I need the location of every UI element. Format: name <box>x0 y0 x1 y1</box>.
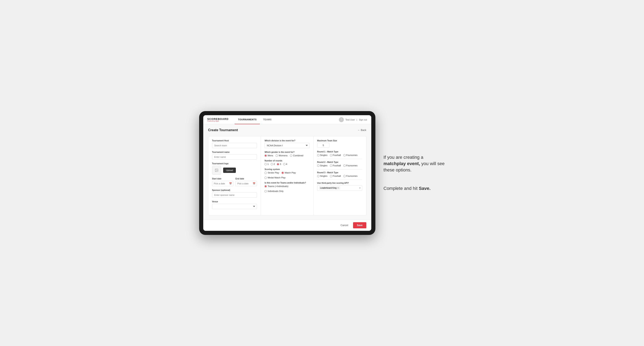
scoring-stroke-radio[interactable] <box>264 172 267 174</box>
round-3: 3 <box>277 163 281 165</box>
division-select[interactable]: NCAA Division I <box>264 143 310 148</box>
round-4-radio[interactable] <box>283 163 286 165</box>
round1-fourball-radio[interactable] <box>330 154 332 156</box>
teams-label: Is this event for Teams and/or Individua… <box>264 182 310 184</box>
gender-womens-label[interactable]: Womens <box>279 154 288 157</box>
round2-foursomes-label[interactable]: Foursomes <box>346 164 358 167</box>
round3-foursomes-label[interactable]: Foursomes <box>346 175 358 177</box>
round3-singles-radio[interactable] <box>317 175 320 177</box>
round2-match-type-section: Round 2 - Match Type Singles Fourball <box>317 161 362 167</box>
scoring-match-radio[interactable] <box>282 172 284 174</box>
gender-womens-radio[interactable] <box>276 155 278 157</box>
form-col-3: Maximum Team Size Round 1 - Match Type S… <box>314 136 366 215</box>
page-header: Create Tournament ← Back <box>208 128 366 132</box>
round3-foursomes-radio[interactable] <box>344 175 346 177</box>
round3-singles-label[interactable]: Singles <box>320 175 328 177</box>
gender-mens-radio[interactable] <box>264 155 267 157</box>
round2-singles: Singles <box>317 164 328 167</box>
max-team-size-input[interactable] <box>317 143 330 148</box>
tablet-screen: SCOREBOARD Powered by clippit TOURNAMENT… <box>203 115 371 231</box>
tab-teams[interactable]: TEAMS <box>260 115 275 124</box>
scoring-medal-label[interactable]: Medal Match Play <box>268 176 286 179</box>
gender-radio-group: Mens Womens Combined <box>264 154 310 157</box>
gender-combined-radio[interactable] <box>290 155 292 157</box>
teams-individuals-radio[interactable] <box>264 190 267 192</box>
round-3-radio[interactable] <box>277 163 279 165</box>
scoring-stroke-label[interactable]: Stroke Play <box>268 172 279 174</box>
gender-combined-label[interactable]: Combined <box>293 154 303 157</box>
round2-singles-radio[interactable] <box>317 165 320 167</box>
api-select-wrapper[interactable]: Leaderboard King ✕ ▾ <box>317 185 362 191</box>
round-2-radio[interactable] <box>271 163 273 165</box>
nav-brand: SCOREBOARD Powered by clippit <box>207 118 229 122</box>
teams-teams-label[interactable]: Teams (+Individuals) <box>268 185 288 187</box>
round3-fourball-label[interactable]: Fourball <box>333 175 341 177</box>
tournament-name-input[interactable] <box>212 154 257 160</box>
round1-fourball-label[interactable]: Fourball <box>333 154 341 156</box>
scoring-medal-radio[interactable] <box>264 176 267 179</box>
start-date-input[interactable] <box>212 181 234 186</box>
tab-tournaments[interactable]: TOURNAMENTS <box>234 115 260 124</box>
annotation-1-text: If you are creating a matchplay event, y… <box>384 155 445 173</box>
teams-individuals-label[interactable]: Individuals Only <box>268 190 284 192</box>
round-2-label[interactable]: 2 <box>274 163 275 165</box>
division-label: Which division is the event for? <box>264 140 310 142</box>
scoring-match-label[interactable]: Match Play <box>284 172 296 174</box>
page-wrapper: SCOREBOARD Powered by clippit TOURNAMENT… <box>179 111 466 235</box>
svg-point-1 <box>216 170 216 170</box>
scoring-medal: Medal Match Play <box>264 176 286 179</box>
tournament-name-label: Tournament name <box>212 151 257 153</box>
scoring-label: Scoring system <box>264 168 310 171</box>
round-4-label[interactable]: 4 <box>286 163 287 165</box>
round2-foursomes-radio[interactable] <box>344 165 346 167</box>
teams-radio-group: Teams (+Individuals) Individuals Only <box>264 185 310 192</box>
teams-individuals: Individuals Only <box>264 190 284 192</box>
scoring-group: Scoring system Stroke Play Match Play <box>264 168 310 179</box>
teams-teams-radio[interactable] <box>264 185 267 187</box>
round-1-radio[interactable] <box>264 163 267 165</box>
round2-fourball-label[interactable]: Fourball <box>333 164 341 167</box>
form-col-2: Which division is the event for? NCAA Di… <box>261 136 314 215</box>
round3-fourball-radio[interactable] <box>330 175 332 177</box>
rounds-group: Number of rounds 1 2 <box>264 160 310 165</box>
venue-select[interactable] <box>212 204 257 209</box>
round-1-label[interactable]: 1 <box>268 163 268 165</box>
round2-fourball-radio[interactable] <box>330 165 332 167</box>
tablet-frame: SCOREBOARD Powered by clippit TOURNAMENT… <box>199 111 376 235</box>
round2-match-type-label: Round 2 - Match Type <box>317 161 362 163</box>
annotation-matchplay: If you are creating a matchplay event, y… <box>384 154 445 173</box>
separator: | <box>356 119 357 121</box>
tournament-logo-group: Tournament logo Upload <box>212 163 257 175</box>
round1-foursomes-radio[interactable] <box>344 154 346 156</box>
api-tag-close[interactable]: ✕ <box>337 187 339 189</box>
api-tag: Leaderboard King ✕ <box>319 186 340 189</box>
gender-label: Which gender is the event for? <box>264 151 310 153</box>
round-3-label[interactable]: 3 <box>280 163 281 165</box>
sponsor-input[interactable] <box>212 192 257 198</box>
main-content: Create Tournament ← Back Tournament Host… <box>203 124 371 219</box>
round1-singles-label[interactable]: Singles <box>320 154 328 156</box>
round1-foursomes-label[interactable]: Foursomes <box>346 154 358 156</box>
round3-fourball: Fourball <box>330 175 341 177</box>
upload-button[interactable]: Upload <box>223 168 236 173</box>
save-button[interactable]: Save <box>353 222 366 228</box>
logo-upload-area: Upload <box>212 166 257 175</box>
tournament-host-group: Tournament Host <box>212 140 257 148</box>
cancel-button[interactable]: Cancel <box>338 222 351 228</box>
back-link[interactable]: ← Back <box>358 129 366 132</box>
max-team-size-group: Maximum Team Size <box>317 140 362 148</box>
sign-out-link[interactable]: Sign out <box>359 119 367 121</box>
round1-singles-radio[interactable] <box>317 154 320 156</box>
start-date-group: Start date 📅 <box>212 177 234 186</box>
gender-mens-label[interactable]: Mens <box>268 154 273 157</box>
brand-title: SCOREBOARD <box>207 118 229 120</box>
sponsor-label: Sponsor (optional) <box>212 189 257 191</box>
tournament-host-input[interactable] <box>212 143 257 148</box>
round2-fourball: Fourball <box>330 164 341 167</box>
end-date-input[interactable] <box>236 181 257 186</box>
sponsor-group: Sponsor (optional) <box>212 189 257 198</box>
start-date-wrapper: 📅 <box>212 181 234 186</box>
round2-singles-label[interactable]: Singles <box>320 164 328 167</box>
round-1: 1 <box>264 163 268 165</box>
annotation-2-text: Complete and hit Save. <box>384 186 431 191</box>
